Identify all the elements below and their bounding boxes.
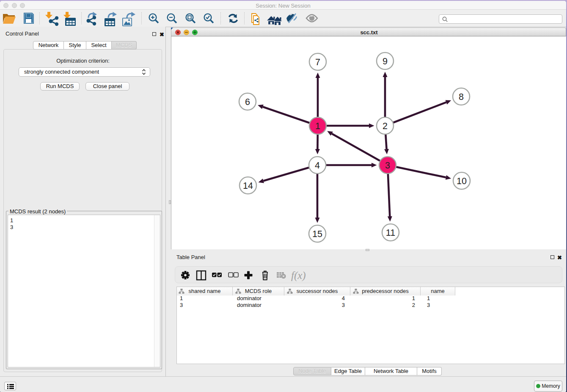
svg-text:9: 9 [383, 56, 388, 66]
svg-text:8: 8 [459, 92, 464, 102]
svg-text:15: 15 [312, 229, 322, 239]
svg-text:6: 6 [245, 97, 250, 107]
svg-text:1: 1 [315, 121, 320, 131]
svg-text:10: 10 [457, 176, 467, 186]
svg-text:f(x): f(x) [291, 270, 306, 282]
svg-text:3: 3 [385, 160, 390, 171]
svg-text:4: 4 [315, 160, 320, 171]
svg-text:7: 7 [315, 57, 320, 67]
svg-text:14: 14 [243, 181, 253, 191]
svg-text:11: 11 [386, 228, 395, 238]
svg-text:2: 2 [383, 121, 388, 131]
